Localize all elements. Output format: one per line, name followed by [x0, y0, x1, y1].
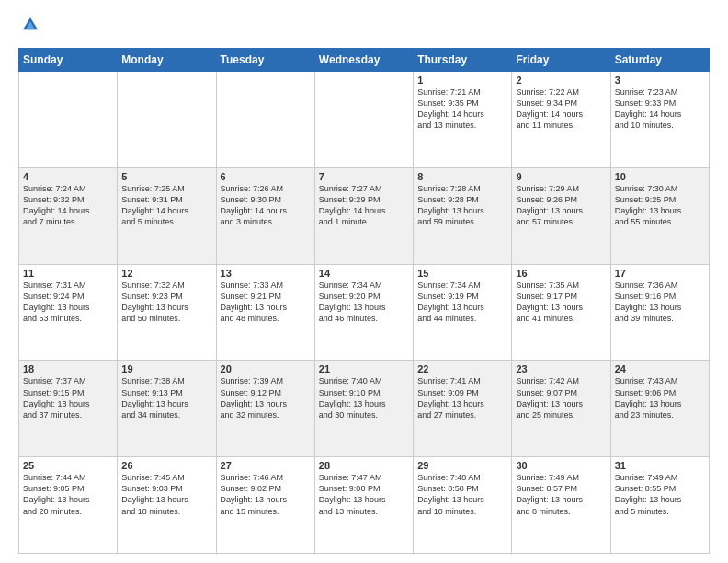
calendar-week-5: 25Sunrise: 7:44 AM Sunset: 9:05 PM Dayli… [19, 457, 710, 554]
day-number: 18 [23, 363, 113, 374]
day-number: 11 [23, 268, 113, 279]
logo [18, 15, 44, 39]
calendar-cell: 21Sunrise: 7:40 AM Sunset: 9:10 PM Dayli… [314, 361, 413, 457]
day-number: 15 [417, 268, 507, 279]
calendar-cell [19, 72, 118, 168]
calendar-cell: 1Sunrise: 7:21 AM Sunset: 9:35 PM Daylig… [414, 72, 512, 168]
col-header-wednesday: Wednesday [314, 49, 413, 72]
day-info: Sunrise: 7:21 AM Sunset: 9:35 PM Dayligh… [417, 86, 507, 132]
day-info: Sunrise: 7:27 AM Sunset: 9:29 PM Dayligh… [319, 183, 409, 228]
day-info: Sunrise: 7:31 AM Sunset: 9:24 PM Dayligh… [23, 280, 113, 325]
day-info: Sunrise: 7:29 AM Sunset: 9:26 PM Dayligh… [516, 183, 606, 228]
day-number: 31 [615, 460, 705, 471]
day-number: 2 [516, 75, 606, 86]
header [18, 15, 710, 39]
day-info: Sunrise: 7:35 AM Sunset: 9:17 PM Dayligh… [516, 280, 606, 325]
calendar-cell: 18Sunrise: 7:37 AM Sunset: 9:15 PM Dayli… [19, 361, 118, 457]
day-number: 24 [615, 363, 705, 374]
day-info: Sunrise: 7:37 AM Sunset: 9:15 PM Dayligh… [23, 375, 113, 420]
day-number: 8 [417, 171, 507, 182]
day-info: Sunrise: 7:43 AM Sunset: 9:06 PM Dayligh… [615, 375, 705, 420]
calendar-cell [314, 72, 413, 168]
logo-icon [20, 15, 40, 35]
calendar-cell: 12Sunrise: 7:32 AM Sunset: 9:23 PM Dayli… [118, 264, 216, 361]
day-info: Sunrise: 7:47 AM Sunset: 9:00 PM Dayligh… [319, 472, 409, 517]
day-number: 6 [221, 171, 311, 182]
day-info: Sunrise: 7:34 AM Sunset: 9:20 PM Dayligh… [319, 280, 409, 325]
calendar-table: SundayMondayTuesdayWednesdayThursdayFrid… [18, 48, 710, 554]
day-number: 30 [516, 460, 606, 471]
day-number: 28 [319, 460, 409, 471]
calendar-cell: 2Sunrise: 7:22 AM Sunset: 9:34 PM Daylig… [512, 72, 610, 168]
col-header-friday: Friday [512, 49, 610, 72]
calendar-cell: 23Sunrise: 7:42 AM Sunset: 9:07 PM Dayli… [512, 361, 610, 457]
day-info: Sunrise: 7:49 AM Sunset: 8:57 PM Dayligh… [516, 472, 606, 517]
day-info: Sunrise: 7:24 AM Sunset: 9:32 PM Dayligh… [23, 183, 113, 228]
calendar-cell: 29Sunrise: 7:48 AM Sunset: 8:58 PM Dayli… [414, 457, 512, 554]
day-number: 16 [516, 268, 606, 279]
day-number: 9 [516, 171, 606, 182]
day-number: 3 [615, 75, 705, 86]
calendar-cell: 22Sunrise: 7:41 AM Sunset: 9:09 PM Dayli… [414, 361, 512, 457]
day-number: 4 [23, 171, 113, 182]
calendar-cell: 24Sunrise: 7:43 AM Sunset: 9:06 PM Dayli… [610, 361, 709, 457]
day-info: Sunrise: 7:23 AM Sunset: 9:33 PM Dayligh… [615, 86, 705, 132]
calendar-week-1: 1Sunrise: 7:21 AM Sunset: 9:35 PM Daylig… [19, 72, 710, 168]
day-number: 14 [319, 268, 409, 279]
calendar-cell: 11Sunrise: 7:31 AM Sunset: 9:24 PM Dayli… [19, 264, 118, 361]
day-number: 5 [121, 171, 211, 182]
day-number: 10 [615, 171, 705, 182]
day-info: Sunrise: 7:48 AM Sunset: 8:58 PM Dayligh… [417, 472, 507, 517]
day-info: Sunrise: 7:36 AM Sunset: 9:16 PM Dayligh… [615, 280, 705, 325]
calendar-cell: 30Sunrise: 7:49 AM Sunset: 8:57 PM Dayli… [512, 457, 610, 554]
calendar-cell: 9Sunrise: 7:29 AM Sunset: 9:26 PM Daylig… [512, 167, 610, 264]
calendar-week-3: 11Sunrise: 7:31 AM Sunset: 9:24 PM Dayli… [19, 264, 710, 361]
calendar-cell: 27Sunrise: 7:46 AM Sunset: 9:02 PM Dayli… [216, 457, 314, 554]
calendar-week-4: 18Sunrise: 7:37 AM Sunset: 9:15 PM Dayli… [19, 361, 710, 457]
day-number: 12 [121, 268, 211, 279]
day-info: Sunrise: 7:40 AM Sunset: 9:10 PM Dayligh… [319, 375, 409, 420]
day-number: 21 [319, 363, 409, 374]
day-number: 27 [221, 460, 311, 471]
day-info: Sunrise: 7:44 AM Sunset: 9:05 PM Dayligh… [23, 472, 113, 517]
day-info: Sunrise: 7:38 AM Sunset: 9:13 PM Dayligh… [121, 375, 211, 420]
day-info: Sunrise: 7:46 AM Sunset: 9:02 PM Dayligh… [221, 472, 311, 517]
page: SundayMondayTuesdayWednesdayThursdayFrid… [0, 0, 728, 563]
day-number: 7 [319, 171, 409, 182]
calendar-cell: 31Sunrise: 7:49 AM Sunset: 8:55 PM Dayli… [610, 457, 709, 554]
col-header-monday: Monday [118, 49, 216, 72]
day-info: Sunrise: 7:49 AM Sunset: 8:55 PM Dayligh… [615, 472, 705, 517]
day-number: 22 [417, 363, 507, 374]
day-number: 23 [516, 363, 606, 374]
day-number: 19 [121, 363, 211, 374]
calendar-cell: 6Sunrise: 7:26 AM Sunset: 9:30 PM Daylig… [216, 167, 314, 264]
day-info: Sunrise: 7:25 AM Sunset: 9:31 PM Dayligh… [121, 183, 211, 228]
calendar-cell: 19Sunrise: 7:38 AM Sunset: 9:13 PM Dayli… [118, 361, 216, 457]
calendar-cell: 20Sunrise: 7:39 AM Sunset: 9:12 PM Dayli… [216, 361, 314, 457]
day-number: 25 [23, 460, 113, 471]
calendar-cell: 15Sunrise: 7:34 AM Sunset: 9:19 PM Dayli… [414, 264, 512, 361]
day-info: Sunrise: 7:32 AM Sunset: 9:23 PM Dayligh… [121, 280, 211, 325]
day-info: Sunrise: 7:41 AM Sunset: 9:09 PM Dayligh… [417, 375, 507, 420]
header-row: SundayMondayTuesdayWednesdayThursdayFrid… [19, 49, 710, 72]
day-info: Sunrise: 7:39 AM Sunset: 9:12 PM Dayligh… [221, 375, 311, 420]
calendar-cell: 10Sunrise: 7:30 AM Sunset: 9:25 PM Dayli… [610, 167, 709, 264]
day-number: 17 [615, 268, 705, 279]
day-info: Sunrise: 7:28 AM Sunset: 9:28 PM Dayligh… [417, 183, 507, 228]
calendar-cell [216, 72, 314, 168]
calendar-cell: 17Sunrise: 7:36 AM Sunset: 9:16 PM Dayli… [610, 264, 709, 361]
day-info: Sunrise: 7:33 AM Sunset: 9:21 PM Dayligh… [221, 280, 311, 325]
day-number: 20 [221, 363, 311, 374]
col-header-tuesday: Tuesday [216, 49, 314, 72]
day-number: 13 [221, 268, 311, 279]
calendar-cell: 5Sunrise: 7:25 AM Sunset: 9:31 PM Daylig… [118, 167, 216, 264]
calendar-cell: 26Sunrise: 7:45 AM Sunset: 9:03 PM Dayli… [118, 457, 216, 554]
calendar-cell: 8Sunrise: 7:28 AM Sunset: 9:28 PM Daylig… [414, 167, 512, 264]
day-number: 29 [417, 460, 507, 471]
calendar-cell: 13Sunrise: 7:33 AM Sunset: 9:21 PM Dayli… [216, 264, 314, 361]
day-number: 26 [121, 460, 211, 471]
day-info: Sunrise: 7:45 AM Sunset: 9:03 PM Dayligh… [121, 472, 211, 517]
calendar-week-2: 4Sunrise: 7:24 AM Sunset: 9:32 PM Daylig… [19, 167, 710, 264]
calendar-cell: 16Sunrise: 7:35 AM Sunset: 9:17 PM Dayli… [512, 264, 610, 361]
calendar-cell [118, 72, 216, 168]
